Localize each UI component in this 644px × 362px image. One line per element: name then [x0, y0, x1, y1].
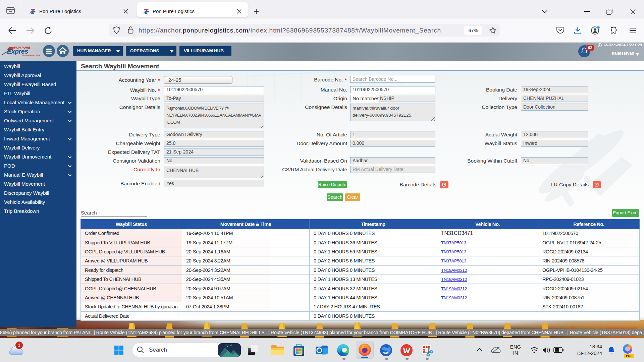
svg-text:On time every time: On time every time: [22, 54, 40, 56]
